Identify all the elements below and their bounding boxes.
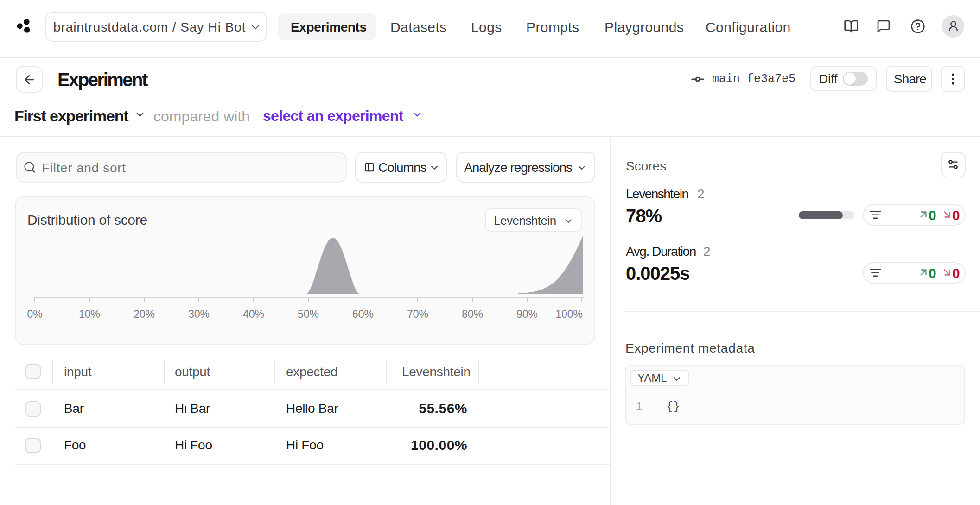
svg-text:90%: 90% bbox=[516, 308, 538, 320]
svg-text:50%: 50% bbox=[298, 308, 319, 320]
svg-text:10%: 10% bbox=[79, 308, 100, 320]
svg-text:30%: 30% bbox=[188, 308, 210, 320]
svg-text:70%: 70% bbox=[407, 308, 428, 320]
svg-text:60%: 60% bbox=[352, 308, 374, 320]
svg-text:100%: 100% bbox=[555, 308, 583, 320]
svg-text:20%: 20% bbox=[134, 308, 155, 320]
svg-text:0%: 0% bbox=[27, 308, 42, 320]
svg-text:40%: 40% bbox=[243, 308, 264, 320]
svg-text:80%: 80% bbox=[462, 308, 483, 320]
